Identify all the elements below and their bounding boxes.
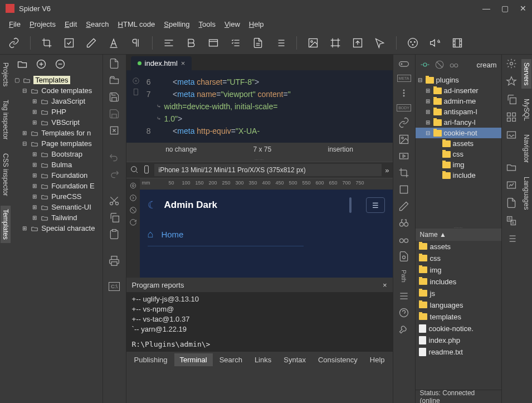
remove-icon[interactable] <box>55 59 66 71</box>
file-item[interactable]: js <box>416 288 501 299</box>
document-icon[interactable] <box>252 37 264 49</box>
menu-spelling[interactable]: Spelling <box>160 19 193 30</box>
minimize-button[interactable]: — <box>482 4 490 13</box>
tree-item[interactable]: ⊞PureCSS <box>11 191 102 202</box>
close-button[interactable]: ✕ <box>520 4 526 13</box>
left-tab-css-inspector[interactable]: CSS inspector <box>1 150 11 200</box>
checkbox-icon[interactable] <box>63 37 75 49</box>
gutter-doc-icon[interactable] <box>132 88 140 96</box>
save-all-icon[interactable] <box>109 108 120 119</box>
file-item[interactable]: templates <box>416 311 501 323</box>
open-folder-icon[interactable] <box>109 75 120 86</box>
tree-item[interactable]: ⊞Special characte <box>11 223 102 234</box>
page-icon[interactable] <box>506 197 517 208</box>
gear-icon[interactable] <box>506 58 517 69</box>
link-icon[interactable] <box>8 37 20 49</box>
tree-item[interactable]: ⊞JavaScript <box>11 96 102 106</box>
bottom-tab-publishing[interactable]: Publishing <box>129 353 173 366</box>
right-tab-navigator[interactable]: Navigator <box>521 131 531 166</box>
menu-tools[interactable]: Tools <box>196 19 219 30</box>
bottom-tab-help[interactable]: Help <box>364 353 391 366</box>
bottom-tab-consistency[interactable]: Consistency <box>313 353 363 366</box>
split-handle[interactable]: …… <box>126 156 393 162</box>
file-item[interactable]: css <box>416 253 501 264</box>
tab-close-icon[interactable]: × <box>181 59 186 67</box>
stack-icon[interactable] <box>398 290 409 302</box>
doc-search-icon[interactable] <box>398 251 409 262</box>
binoculars-icon[interactable] <box>398 217 409 229</box>
bottom-tab-syntax[interactable]: Syntax <box>278 353 311 366</box>
gutter-close-icon[interactable] <box>132 77 140 85</box>
chart-icon[interactable] <box>506 179 517 191</box>
right-tab-languages[interactable]: Languages <box>521 173 531 213</box>
terminal-prompt[interactable]: R:\Plugins\admin\> <box>126 337 393 352</box>
form-icon[interactable] <box>207 37 219 49</box>
reports-close-icon[interactable]: × <box>383 281 387 289</box>
device-select[interactable]: iPhone 13 Mini/12 Mini/11 Pro/X/XS (375x… <box>154 164 382 176</box>
wave-icon[interactable] <box>506 129 517 140</box>
server-tree-item[interactable]: ⊞admin-me <box>416 96 501 106</box>
expand-icon[interactable]: » <box>385 166 389 174</box>
bold-icon[interactable] <box>185 37 197 49</box>
copy2-icon[interactable] <box>506 94 517 105</box>
tree-item[interactable]: ⊞Semantic-UI <box>11 202 102 212</box>
tree-item[interactable]: ⊞VBScript <box>11 117 102 128</box>
file-item[interactable]: languages <box>416 299 501 311</box>
image2-icon[interactable] <box>398 134 409 145</box>
hamburger-icon[interactable]: ☰ <box>366 197 385 213</box>
file-item[interactable]: includes <box>416 276 501 288</box>
device-icon[interactable] <box>142 165 151 176</box>
grid-icon[interactable] <box>506 111 517 123</box>
list2-icon[interactable] <box>506 233 517 244</box>
server-tree-item[interactable]: css <box>416 149 501 159</box>
right-tab-mysql[interactable]: MySQL <box>521 95 531 124</box>
server-tree-item[interactable]: ⊟plugins <box>416 75 501 85</box>
bottom-tab-terminal[interactable]: Terminal <box>174 353 213 366</box>
cut-icon[interactable] <box>109 195 120 206</box>
square-icon[interactable] <box>398 184 409 195</box>
file-item[interactable]: img <box>416 264 501 276</box>
code-editor[interactable]: 6 <meta charset="UTF-8">7 <meta name="vi… <box>126 70 393 143</box>
font-icon[interactable] <box>108 37 120 49</box>
bottom-tab-links[interactable]: Links <box>249 353 277 366</box>
nav-home[interactable]: Home <box>161 230 183 239</box>
server-name[interactable]: cream <box>476 61 496 69</box>
more-icon[interactable] <box>398 88 409 99</box>
tree-item[interactable]: ⊞Bulma <box>11 159 102 170</box>
star-icon[interactable] <box>506 76 517 87</box>
disconnect-icon[interactable] <box>435 60 445 70</box>
gamepad-icon[interactable] <box>398 58 409 69</box>
menu-projects[interactable]: Projects <box>26 19 59 30</box>
tool-icon[interactable] <box>398 324 409 335</box>
tree-item[interactable]: ⊞Bootstrap <box>11 149 102 159</box>
refresh-icon[interactable] <box>129 219 137 226</box>
help-icon[interactable] <box>398 307 409 318</box>
tree-item[interactable]: ⊞PHP <box>11 106 102 117</box>
new-folder-icon[interactable] <box>17 59 28 71</box>
frame-icon[interactable] <box>329 37 341 49</box>
left-tab-projects[interactable]: Projects <box>1 59 11 90</box>
server-tree-item[interactable]: ⊞antispam-l <box>416 106 501 117</box>
film-icon[interactable] <box>451 37 463 49</box>
sound-icon[interactable] <box>429 37 441 49</box>
image-icon[interactable] <box>307 37 319 49</box>
server-tree-item[interactable]: include <box>416 170 501 181</box>
copy-icon[interactable] <box>109 212 120 223</box>
align-left-icon[interactable] <box>163 37 175 49</box>
video-icon[interactable] <box>398 150 409 162</box>
split-handle-right[interactable]: …… <box>416 224 501 229</box>
file-item[interactable]: readme.txt <box>416 346 501 358</box>
list-check-icon[interactable] <box>230 37 242 49</box>
filelist-header[interactable]: Name ▲ <box>416 229 501 241</box>
tree-item[interactable]: ⊞Foundation E <box>11 181 102 191</box>
meta-badge-icon[interactable]: META <box>397 75 411 82</box>
path-tab[interactable]: Path <box>401 268 407 285</box>
tree-item[interactable]: ⊞Tailwind <box>11 212 102 223</box>
palette-icon[interactable] <box>407 37 419 49</box>
paste-icon[interactable] <box>109 229 120 240</box>
file-item[interactable]: cookie-notice. <box>416 323 501 334</box>
file-item[interactable]: index.php <box>416 334 501 346</box>
tree-item[interactable]: ⊟Code templates <box>11 85 102 96</box>
sync-icon[interactable] <box>449 60 459 70</box>
menu-view[interactable]: View <box>221 19 243 30</box>
